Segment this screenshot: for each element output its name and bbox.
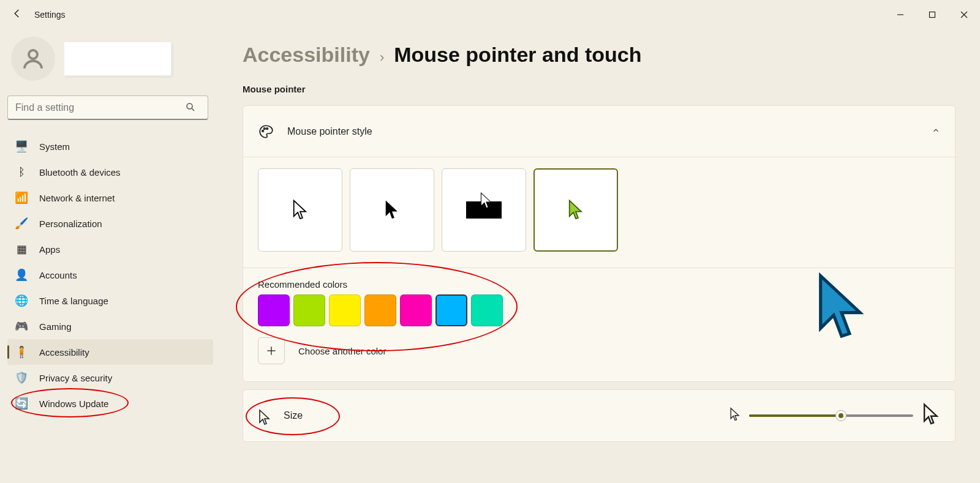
pointer-style-card: Mouse pointer style	[243, 105, 956, 382]
sidebar-item-accounts[interactable]: 👤Accounts	[7, 262, 213, 288]
cursor-small-icon	[258, 409, 271, 422]
breadcrumb-parent[interactable]: Accessibility	[243, 43, 370, 67]
close-button[interactable]	[948, 0, 980, 29]
update-icon: 🔄	[15, 397, 28, 410]
svg-point-5	[187, 103, 192, 109]
svg-line-6	[192, 108, 194, 111]
maximize-button[interactable]	[916, 0, 948, 29]
wifi-icon: 📶	[15, 191, 28, 204]
search-input[interactable]	[7, 95, 208, 120]
pointer-style-label: Mouse pointer style	[287, 126, 918, 137]
sidebar-item-personalization[interactable]: 🖌️Personalization	[7, 211, 213, 236]
slider-max-icon	[922, 403, 940, 429]
back-button[interactable]	[5, 8, 29, 22]
section-label: Mouse pointer	[243, 84, 956, 94]
pointer-style-black[interactable]	[350, 168, 434, 252]
sidebar: 🖥️SystemᛒBluetooth & devices📶Network & i…	[0, 29, 221, 483]
breadcrumb: Accessibility › Mouse pointer and touch	[243, 43, 956, 67]
sidebar-item-label: Time & language	[39, 296, 108, 306]
size-label: Size	[284, 410, 717, 421]
content-area: Accessibility › Mouse pointer and touch …	[221, 29, 980, 483]
breadcrumb-current: Mouse pointer and touch	[394, 43, 641, 67]
sidebar-item-label: Bluetooth & devices	[39, 167, 121, 178]
sidebar-item-label: Windows Update	[39, 399, 108, 409]
chevron-up-icon	[932, 126, 940, 137]
swatch-yellow[interactable]	[329, 294, 361, 326]
accessibility-icon: 🧍	[15, 345, 28, 359]
user-name-card	[64, 42, 172, 76]
window-controls	[884, 0, 980, 29]
sidebar-item-time-language[interactable]: 🌐Time & language	[7, 288, 213, 313]
pointer-style-white[interactable]	[258, 168, 342, 252]
sidebar-item-bluetooth-devices[interactable]: ᛒBluetooth & devices	[7, 159, 213, 185]
sidebar-item-accessibility[interactable]: 🧍Accessibility	[7, 339, 213, 365]
sidebar-item-network-internet[interactable]: 📶Network & internet	[7, 185, 213, 211]
search-box	[7, 95, 213, 120]
sidebar-item-label: Accounts	[39, 270, 77, 280]
chevron-right-icon: ›	[380, 50, 384, 66]
sidebar-item-label: Network & internet	[39, 193, 115, 203]
titlebar: Settings	[0, 0, 980, 29]
globe-icon: 🌐	[15, 294, 28, 307]
pointer-style-inverted[interactable]	[442, 168, 526, 252]
bluetooth-icon: ᛒ	[15, 165, 28, 179]
brush-icon: 🖌️	[15, 217, 28, 230]
display-icon: 🖥️	[15, 140, 28, 153]
person-icon: 👤	[15, 268, 28, 282]
size-card: Size	[243, 389, 956, 442]
choose-color-label: Choose another color	[298, 346, 386, 356]
nav-list: 🖥️SystemᛒBluetooth & devices📶Network & i…	[7, 133, 213, 416]
svg-point-8	[264, 127, 266, 129]
svg-point-9	[266, 127, 268, 129]
sidebar-item-privacy-security[interactable]: 🛡️Privacy & security	[7, 365, 213, 391]
gamepad-icon: 🎮	[15, 320, 28, 333]
sidebar-item-windows-update[interactable]: 🔄Windows Update	[7, 391, 213, 416]
sidebar-item-label: Privacy & security	[39, 373, 112, 383]
search-icon	[185, 102, 196, 115]
sidebar-item-apps[interactable]: ▦Apps	[7, 236, 213, 262]
svg-point-4	[29, 50, 37, 59]
size-slider-thumb[interactable]	[835, 410, 846, 421]
avatar	[11, 37, 55, 81]
swatch-orange[interactable]	[364, 294, 396, 326]
cursor-preview	[814, 271, 869, 346]
sidebar-item-label: Gaming	[39, 321, 72, 332]
sidebar-item-label: Personalization	[39, 219, 102, 229]
sidebar-item-gaming[interactable]: 🎮Gaming	[7, 313, 213, 339]
swatch-lime[interactable]	[293, 294, 325, 326]
pointer-style-row	[243, 157, 955, 268]
profile-block[interactable]	[11, 37, 213, 81]
colors-section: Recommended colors Choose another color	[243, 268, 955, 381]
swatch-magenta[interactable]	[400, 294, 432, 326]
choose-color-button[interactable]	[258, 337, 285, 364]
slider-min-icon	[729, 407, 741, 424]
swatch-teal[interactable]	[471, 294, 503, 326]
svg-point-7	[262, 130, 264, 132]
svg-rect-1	[930, 12, 935, 18]
size-slider[interactable]	[749, 414, 913, 417]
sidebar-item-label: System	[39, 141, 70, 152]
shield-icon: 🛡️	[15, 371, 28, 384]
sidebar-item-label: Accessibility	[39, 347, 89, 358]
size-slider-group	[729, 403, 940, 429]
sidebar-item-label: Apps	[39, 244, 60, 255]
minimize-button[interactable]	[884, 0, 916, 29]
pointer-style-expander[interactable]: Mouse pointer style	[243, 106, 955, 157]
pointer-style-custom[interactable]	[533, 168, 618, 252]
apps-icon: ▦	[15, 242, 28, 256]
swatch-cyan[interactable]	[435, 294, 467, 326]
window-title: Settings	[29, 10, 66, 20]
sidebar-item-system[interactable]: 🖥️System	[7, 133, 213, 159]
swatch-purple[interactable]	[258, 294, 290, 326]
palette-icon	[258, 124, 274, 140]
